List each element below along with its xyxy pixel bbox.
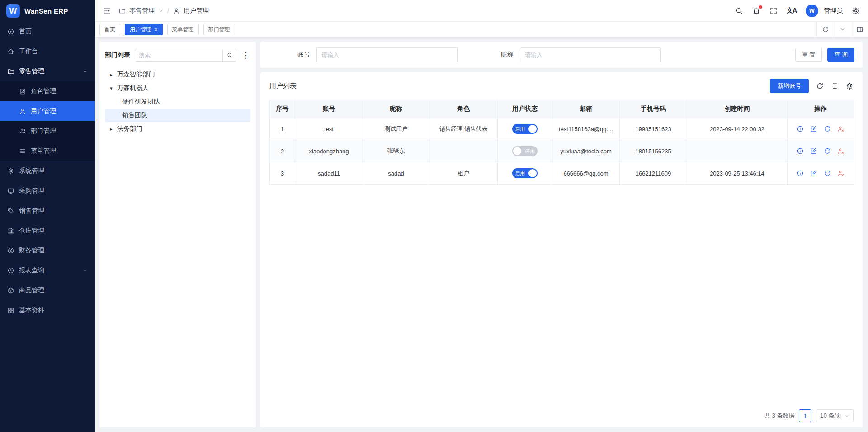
tab-user-management[interactable]: 用户管理 × [125,24,163,35]
remove-user-icon[interactable] [837,170,844,177]
page-button[interactable]: 1 [799,409,811,422]
column-density-icon[interactable] [831,82,839,90]
reset-password-icon[interactable] [824,125,831,133]
info-icon[interactable] [797,147,804,155]
add-account-button[interactable]: 新增账号 [770,79,809,93]
user-list-card: 用户列表 新增账号 [260,72,863,427]
refresh-icon[interactable] [816,82,824,90]
refresh-icon [822,26,829,33]
caret-down-icon[interactable]: ▾ [108,85,114,91]
tree-item-hardware-team[interactable]: 硬件研发团队 [105,95,250,109]
cell-account: test [295,118,363,140]
chevron-up-icon [82,69,88,74]
status-toggle[interactable]: 停用 [512,146,538,156]
column-header-phone: 手机号码 [620,100,687,118]
sidebar-item-workbench[interactable]: 工作台 [0,42,95,62]
sidebar-item-retail-management[interactable]: 零售管理 [0,62,95,81]
caret-right-icon[interactable]: ▸ [108,126,114,132]
cell-actions [788,118,854,140]
search-icon[interactable] [735,7,743,15]
cell-email: 666666@qq.com [552,162,620,185]
info-icon[interactable] [797,125,804,133]
gear-icon [7,167,14,175]
tree-item-legal-dept[interactable]: ▸ 法务部门 [105,122,250,136]
tab-home[interactable]: 首页 [99,24,120,35]
sidebar-item-menu-management[interactable]: 菜单管理 [0,141,95,161]
breadcrumb-section[interactable]: 零售管理 [129,7,155,15]
user-list-title: 用户列表 [269,82,297,90]
column-header-account: 账号 [295,100,363,118]
remove-user-icon[interactable] [837,147,844,155]
department-search-input[interactable] [135,49,222,61]
sidebar-item-user-management[interactable]: 用户管理 [0,101,95,121]
cell-role: 销售经理 销售代表 [429,118,498,140]
tree-item-wansen-robot[interactable]: ▾ 万森机器人 [105,81,250,95]
edit-icon[interactable] [810,125,817,133]
cell-actions [788,140,854,162]
tree-item-label: 硬件研发团队 [122,98,160,106]
reset-button[interactable]: 重 置 [795,48,822,62]
page-content: 部门列表 ⋮ ▸ 万森智能部门 ▾ [95,37,868,432]
close-icon[interactable]: × [154,27,158,33]
sidebar-item-home[interactable]: 首页 [0,22,95,42]
avatar[interactable]: W [806,5,818,17]
reset-password-icon[interactable] [824,170,831,177]
row-actions [790,170,851,177]
tab-label: 首页 [104,26,115,33]
edit-icon[interactable] [810,147,817,155]
collapse-sidebar-icon[interactable] [103,7,111,15]
caret-right-icon[interactable]: ▸ [108,72,114,78]
sidebar-item-label: 商品管理 [19,286,44,294]
settings-gear-icon[interactable] [852,7,860,15]
sidebar-item-system-management[interactable]: 系统管理 [0,161,95,181]
folder-icon [118,7,126,14]
sidebar-menu: 首页 工作台 零售管理 角色管理 用户管理 [0,22,95,432]
status-toggle[interactable]: 启用 [512,124,538,134]
tree-item-wansen-smart[interactable]: ▸ 万森智能部门 [105,68,250,81]
tab-department-management[interactable]: 部门管理 [203,24,235,35]
tree-item-sales-team[interactable]: 销售团队 [105,109,250,122]
info-icon[interactable] [797,170,804,177]
table-settings-gear-icon[interactable] [846,82,854,90]
person-icon [19,108,26,115]
search-button[interactable]: 查 询 [827,48,854,62]
page-size-select[interactable]: 10 条/页 [816,409,854,422]
tab-menu-management[interactable]: 菜单管理 [167,24,199,35]
language-switch-icon[interactable]: 文A [787,7,797,15]
sidebar-item-sales-management[interactable]: 销售管理 [0,201,95,221]
sidebar-item-label: 首页 [19,28,32,36]
sidebar-item-basic-data[interactable]: 基本资料 [0,300,95,320]
clock-icon [7,267,14,274]
sidebar-item-warehouse-management[interactable]: 仓库管理 [0,221,95,241]
department-search-button[interactable] [222,49,236,61]
tab-options-button[interactable] [834,22,851,37]
breadcrumb: 零售管理 / 用户管理 [118,7,209,15]
sidebar-item-finance-management[interactable]: 财务管理 [0,241,95,261]
edit-icon[interactable] [810,170,817,177]
sidebar-item-purchase-management[interactable]: 采购管理 [0,181,95,201]
column-header-created: 创建时间 [687,100,788,118]
person-icon [173,7,180,14]
sidebar-item-label: 基本资料 [19,306,44,314]
layout-toggle-button[interactable] [851,22,868,37]
refresh-page-button[interactable] [816,22,834,37]
remove-user-icon[interactable] [837,125,844,133]
account-input[interactable] [316,47,458,62]
reset-password-icon[interactable] [824,147,831,155]
sidebar-item-role-management[interactable]: 角色管理 [0,81,95,101]
bank-icon [7,227,14,234]
notifications-button[interactable] [752,7,760,15]
monitor-icon [7,187,14,195]
sidebar-item-product-management[interactable]: 商品管理 [0,280,95,300]
status-toggle[interactable]: 启用 [512,168,538,178]
fullscreen-icon[interactable] [769,7,778,15]
dashboard-icon [7,28,14,35]
cell-created: 2023-09-25 13:46:14 [687,162,788,185]
nickname-input[interactable] [520,47,661,62]
sidebar-item-report-query[interactable]: 报表查询 [0,261,95,280]
cell-status: 启用 [498,162,552,185]
chevron-down-icon [82,268,88,273]
more-options-icon[interactable]: ⋮ [241,51,250,60]
sidebar-item-department-management[interactable]: 部门管理 [0,121,95,141]
sidebar: W WanSen ERP 首页 工作台 零售管理 角色管理 [0,0,95,432]
